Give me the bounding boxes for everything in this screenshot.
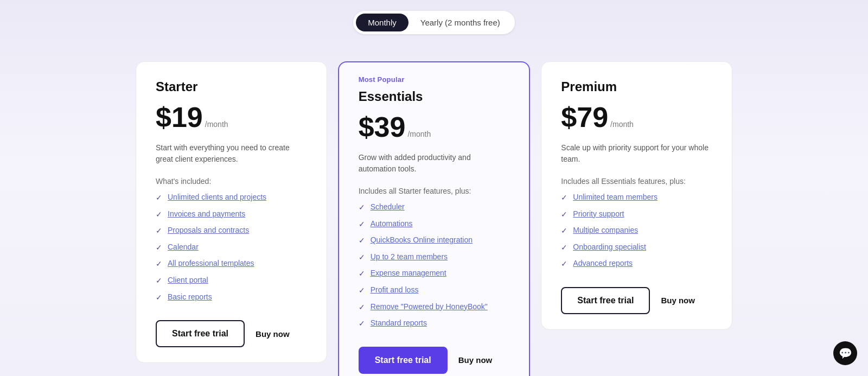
check-icon: ✓ — [156, 243, 162, 253]
pricing-cards: Starter $19 /month Start with everything… — [108, 56, 760, 376]
check-icon: ✓ — [156, 292, 162, 303]
feature-text[interactable]: Unlimited team members — [573, 192, 658, 203]
plan-description: Scale up with priority support for your … — [561, 142, 712, 165]
plan-period: /month — [610, 120, 634, 129]
list-item: ✓ Advanced reports — [561, 258, 712, 270]
features-label: Includes all Essentials features, plus: — [561, 177, 712, 186]
check-icon: ✓ — [156, 276, 162, 286]
check-icon: ✓ — [561, 243, 567, 253]
buy-now-button[interactable]: Buy now — [458, 355, 493, 365]
most-popular-badge: Most Popular — [359, 75, 510, 84]
features-label: What's included: — [156, 177, 307, 186]
list-item: ✓ Scheduler — [359, 202, 510, 213]
price-row: $39 /month — [359, 113, 510, 141]
chat-icon: 💬 — [839, 347, 852, 360]
list-item: ✓ Client portal — [156, 275, 307, 286]
billing-toggle[interactable]: Monthly Yearly (2 months free) — [353, 11, 515, 34]
chat-bubble[interactable]: 💬 — [833, 341, 857, 365]
check-icon: ✓ — [359, 302, 365, 313]
plan-name: Starter — [156, 79, 307, 94]
list-item: ✓ Invoices and payments — [156, 209, 307, 220]
check-icon: ✓ — [156, 226, 162, 237]
plan-description: Start with everything you need to create… — [156, 142, 307, 165]
feature-list: ✓ Scheduler ✓ Automations ✓ QuickBooks O… — [359, 202, 510, 329]
plan-period: /month — [407, 130, 431, 138]
feature-list: ✓ Unlimited clients and projects ✓ Invoi… — [156, 192, 307, 303]
check-icon: ✓ — [359, 318, 365, 329]
list-item: ✓ Up to 2 team members — [359, 252, 510, 263]
list-item: ✓ Multiple companies — [561, 225, 712, 237]
check-icon: ✓ — [156, 193, 162, 203]
list-item: ✓ Calendar — [156, 242, 307, 253]
plan-price: $79 — [561, 103, 608, 131]
feature-text[interactable]: Expense management — [371, 268, 446, 279]
list-item: ✓ Proposals and contracts — [156, 225, 307, 237]
feature-text[interactable]: Priority support — [573, 209, 624, 220]
plan-card-starter: Starter $19 /month Start with everything… — [136, 61, 327, 363]
price-row: $19 /month — [156, 103, 307, 131]
list-item: ✓ Profit and loss — [359, 285, 510, 296]
feature-text[interactable]: Advanced reports — [573, 258, 633, 269]
monthly-toggle[interactable]: Monthly — [356, 14, 409, 31]
buy-now-button[interactable]: Buy now — [256, 329, 290, 339]
yearly-toggle[interactable]: Yearly (2 months free) — [409, 14, 512, 31]
card-actions: Start free trial Buy now — [156, 320, 307, 347]
plan-name: Premium — [561, 79, 712, 94]
check-icon: ✓ — [156, 209, 162, 220]
feature-text[interactable]: Remove "Powered by HoneyBook" — [371, 302, 488, 313]
card-actions: Start free trial Buy now — [561, 287, 712, 314]
card-actions: Start free trial Buy now — [359, 347, 510, 374]
plan-price: $39 — [359, 113, 406, 141]
start-trial-button[interactable]: Start free trial — [561, 287, 650, 314]
plan-card-essentials: Most Popular Essentials $39 /month Grow … — [338, 61, 531, 376]
feature-text[interactable]: Multiple companies — [573, 225, 638, 236]
check-icon: ✓ — [359, 202, 365, 213]
feature-text[interactable]: Proposals and contracts — [168, 225, 249, 236]
feature-text[interactable]: Client portal — [168, 275, 208, 286]
buy-now-button[interactable]: Buy now — [661, 296, 695, 305]
list-item: ✓ Unlimited team members — [561, 192, 712, 203]
feature-text[interactable]: Up to 2 team members — [371, 252, 448, 263]
check-icon: ✓ — [359, 252, 365, 263]
check-icon: ✓ — [359, 219, 365, 230]
feature-text[interactable]: QuickBooks Online integration — [371, 235, 473, 246]
list-item: ✓ QuickBooks Online integration — [359, 235, 510, 246]
feature-text[interactable]: Calendar — [168, 242, 199, 253]
feature-list: ✓ Unlimited team members ✓ Priority supp… — [561, 192, 712, 270]
feature-text[interactable]: Automations — [371, 219, 413, 230]
list-item: ✓ Onboarding specialist — [561, 242, 712, 253]
check-icon: ✓ — [561, 226, 567, 237]
plan-card-premium: Premium $79 /month Scale up with priorit… — [541, 61, 732, 330]
feature-text[interactable]: Standard reports — [371, 318, 427, 329]
feature-text[interactable]: Unlimited clients and projects — [168, 192, 266, 203]
check-icon: ✓ — [561, 259, 567, 270]
list-item: ✓ Remove "Powered by HoneyBook" — [359, 302, 510, 313]
list-item: ✓ Unlimited clients and projects — [156, 192, 307, 203]
plan-description: Grow with added productivity and automat… — [359, 152, 510, 175]
list-item: ✓ Standard reports — [359, 318, 510, 329]
feature-text[interactable]: Onboarding specialist — [573, 242, 646, 253]
list-item: ✓ All professional templates — [156, 258, 307, 270]
feature-text[interactable]: Invoices and payments — [168, 209, 245, 220]
check-icon: ✓ — [359, 285, 365, 296]
start-trial-button[interactable]: Start free trial — [359, 347, 448, 374]
list-item: ✓ Expense management — [359, 268, 510, 279]
check-icon: ✓ — [359, 269, 365, 279]
check-icon: ✓ — [561, 209, 567, 220]
list-item: ✓ Basic reports — [156, 292, 307, 303]
list-item: ✓ Automations — [359, 219, 510, 230]
price-row: $79 /month — [561, 103, 712, 131]
feature-text[interactable]: Profit and loss — [371, 285, 419, 296]
feature-text[interactable]: All professional templates — [168, 258, 254, 269]
plan-price: $19 — [156, 103, 203, 131]
feature-text[interactable]: Basic reports — [168, 292, 212, 303]
check-icon: ✓ — [156, 259, 162, 270]
plan-period: /month — [205, 120, 228, 129]
start-trial-button[interactable]: Start free trial — [156, 320, 245, 347]
check-icon: ✓ — [359, 235, 365, 246]
features-label: Includes all Starter features, plus: — [359, 187, 510, 195]
plan-name: Essentials — [359, 89, 510, 104]
check-icon: ✓ — [561, 193, 567, 203]
feature-text[interactable]: Scheduler — [371, 202, 405, 213]
list-item: ✓ Priority support — [561, 209, 712, 220]
